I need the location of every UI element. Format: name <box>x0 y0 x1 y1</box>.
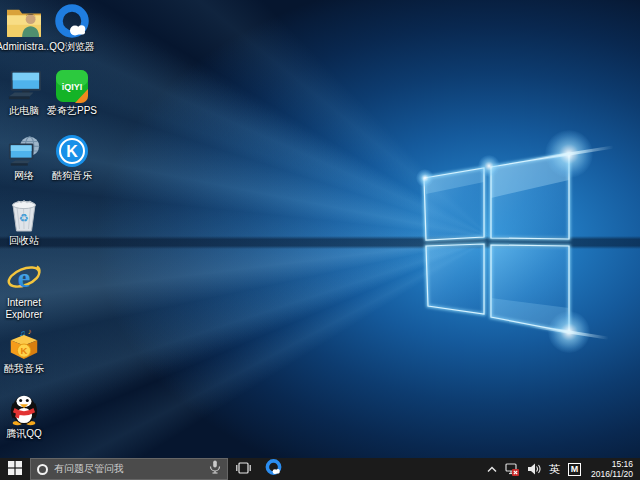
start-button[interactable] <box>0 458 30 480</box>
speaker-icon <box>527 463 541 475</box>
taskbar-qq-browser-button[interactable] <box>258 458 288 480</box>
qq-browser-icon <box>265 459 282 479</box>
desktop-icon-label: 爱奇艺PPS <box>42 105 102 117</box>
desktop-icon-recycle-bin[interactable]: ♻ 回收站 <box>0 198 48 260</box>
iqiyi-pps-icon: iQIYI <box>48 68 96 104</box>
clock-date: 2016/11/20 <box>591 469 633 479</box>
svg-text:e: e <box>18 262 31 293</box>
this-pc-icon <box>0 68 48 104</box>
taskbar: 有问题尽管问我 <box>0 458 640 480</box>
desktop-icon-this-pc[interactable]: 此电脑 <box>0 68 48 130</box>
ime-language-indicator[interactable]: 英 <box>546 458 563 480</box>
desktop-icon-label: 腾讯QQ <box>0 428 54 440</box>
volume-button[interactable] <box>524 458 544 480</box>
logo-flare-top-left <box>416 169 434 187</box>
network-disconnected-icon <box>505 463 519 476</box>
recycle-bin-icon: ♻ <box>0 198 48 234</box>
desktop-icon-network[interactable]: 网络 <box>0 133 48 195</box>
qq-browser-icon <box>48 4 96 40</box>
ime-mode-button[interactable]: M <box>565 458 584 480</box>
chevron-up-icon <box>487 466 497 473</box>
kugou-music-icon: K <box>48 133 96 169</box>
desktop-icon-administrator[interactable]: Administra... <box>0 4 48 66</box>
network-status-button[interactable] <box>502 458 522 480</box>
logo-flare-top-center <box>478 155 500 177</box>
desktop-icon-label: 酷我音乐 <box>0 363 54 375</box>
show-hidden-icons-button[interactable] <box>484 458 500 480</box>
network-icon <box>0 133 48 169</box>
windows-logo-wallpaper <box>0 0 640 458</box>
svg-text:K: K <box>21 345 28 356</box>
svg-text:♻: ♻ <box>19 212 29 224</box>
taskbar-clock[interactable]: 15:16 2016/11/20 <box>586 459 638 479</box>
desktop-icon-qq-browser[interactable]: QQ浏览器 <box>48 4 96 66</box>
clock-time: 15:16 <box>612 459 633 469</box>
desktop-icon-internet-explorer[interactable]: e Internet Explorer <box>0 260 48 322</box>
administrator-folder-icon <box>0 4 48 40</box>
svg-text:iQIYI: iQIYI <box>62 82 83 92</box>
task-view-button[interactable] <box>228 458 258 480</box>
desktop-icon-kugou-music[interactable]: K 酷狗音乐 <box>48 133 96 195</box>
desktop-icon-label: 酷狗音乐 <box>42 170 102 182</box>
taskbar-search-input[interactable]: 有问题尽管问我 <box>30 458 228 480</box>
search-placeholder: 有问题尽管问我 <box>54 462 209 476</box>
ime-mode-indicator: M <box>568 463 581 476</box>
microphone-icon[interactable] <box>209 460 221 478</box>
windows-start-icon <box>8 461 22 478</box>
internet-explorer-icon: e <box>0 260 48 296</box>
taskbar-spacer <box>288 458 484 480</box>
desktop-icon-label: QQ浏览器 <box>42 41 102 53</box>
cortana-icon <box>37 464 48 475</box>
desktop-icon-label: 回收站 <box>0 235 54 247</box>
desktop-icon-kuwo-music[interactable]: ♫ ♪ K 酷我音乐 <box>0 326 48 388</box>
desktop: Administra... QQ浏览器 此电脑 <box>0 0 640 458</box>
kuwo-music-icon: ♫ ♪ K <box>0 326 48 362</box>
tencent-qq-icon <box>0 391 48 427</box>
svg-text:K: K <box>66 143 78 160</box>
task-view-icon <box>236 462 251 477</box>
desktop-icon-label: Internet Explorer <box>0 297 54 321</box>
desktop-icon-tencent-qq[interactable]: 腾讯QQ <box>0 391 48 453</box>
system-tray: 英 M 15:16 2016/11/20 <box>484 458 640 480</box>
desktop-icon-iqiyi-pps[interactable]: iQIYI 爱奇艺PPS <box>48 68 96 130</box>
svg-text:♪: ♪ <box>28 327 32 336</box>
